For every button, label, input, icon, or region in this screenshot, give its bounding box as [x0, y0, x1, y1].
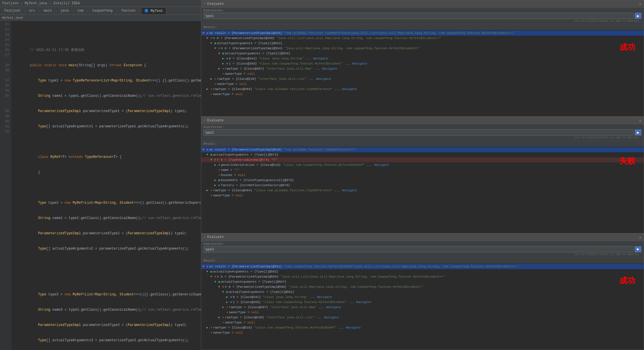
tree-item-3-4[interactable]: ▼ ▣ actualTypeArguments = {Type[1]@597} [201, 279, 644, 284]
tree-icon-3-11: ▪ [222, 315, 224, 320]
eval-hint-1: Use Ctrl+Shift+Enter to add to Watches [204, 19, 641, 23]
tree-item-1-8[interactable]: ▶ ▪ rawType = {Class@307} "interface jav… [201, 66, 644, 71]
tree-toggle-1-4[interactable]: ▼ [214, 46, 218, 51]
tree-item-1-7[interactable]: ▶ ● 1 = {Class@358} "class com.taopanfen… [201, 61, 644, 66]
tree-item-1-4[interactable]: ▼ ≡ ≡ 0 = {ParameterizedTypeImpl@554} "j… [201, 46, 644, 51]
tree-icon-3-3: ≡ [214, 274, 216, 279]
code-line-40: ParameterizedTypeImpl parameterizedType3… [14, 323, 199, 328]
eval-result-area-2[interactable]: ▼ ◆ oo result = {ParameterizedTypeImpl@5… [201, 147, 644, 233]
tree-item-1-2[interactable]: ▼ ≡ ≡ 0 = {ParameterizedTypeImpl@350} "j… [201, 36, 644, 41]
tree-item-1-10[interactable]: ▶ ▪ rawType = {Class@238} "interface jav… [201, 76, 644, 81]
tree-toggle-3-4[interactable]: ▼ [214, 280, 218, 284]
eval-icon-3: ⚡ [204, 235, 206, 239]
tree-toggle-3-8[interactable]: ▶ [226, 300, 230, 304]
tree-toggle-2-1[interactable]: ▼ [202, 147, 206, 152]
tree-item-1-13: ▪ ownerType = null [201, 92, 644, 97]
eval-run-1[interactable]: ▶ [635, 13, 641, 19]
tree-item-3-2[interactable]: ▼ ▣ actualTypeArguments = {Type[1]@592} [201, 269, 644, 274]
tree-item-2-9[interactable]: ▶ ▪ rawType = {Class@484} "class com.ali… [201, 188, 644, 193]
tree-icon-1-6: ● [226, 56, 228, 61]
tree-text-3-5: ≡ 0 = {ParameterizedTypeImpl@599} "java.… [225, 285, 423, 289]
tree-toggle-1-5[interactable]: ▼ [218, 51, 222, 56]
tree-toggle-3-7[interactable]: ▶ [226, 295, 230, 299]
tree-toggle-3-5[interactable]: ▼ [218, 285, 222, 289]
tree-toggle-3-6[interactable]: ▼ [222, 290, 226, 294]
eval-expression-label-1: Expression: [204, 9, 641, 12]
tree-toggle-3-9[interactable]: ▶ [222, 305, 226, 310]
eval-run-3[interactable]: ▶ [635, 246, 641, 252]
tree-icon-3-14: ▪ [210, 330, 212, 335]
eval-result-area-1[interactable]: ▼ ◆ oo result = {ParameterizedTypeImpl@5… [201, 30, 644, 116]
tree-toggle-2-2[interactable]: ▼ [206, 153, 210, 157]
tree-toggle-3-1[interactable]: ▼ [202, 264, 206, 269]
tree-toggle-3-2[interactable]: ▼ [206, 269, 210, 274]
code-line-31 [14, 185, 199, 190]
tree-item-2-8[interactable]: ▶ ● factory = {CoreReflectionFactory@578… [201, 183, 644, 188]
tree-item-1-3[interactable]: ▼ ▣ actualTypeArguments = {Type[1]@552} [201, 41, 644, 46]
tree-text-1-7: 1 = {Class@358} "class com.taopanfeng.fa… [229, 61, 367, 66]
tab-com[interactable]: com [74, 8, 86, 14]
tree-text-1-1: oo result = {ParameterizedTypeImpl@526} … [209, 31, 514, 35]
eval-run-2[interactable]: ▶ [635, 129, 641, 136]
eval-input-2[interactable] [204, 129, 634, 136]
tree-item-3-3[interactable]: ▼ ≡ ≡ 0 = {ParameterizedTypeImpl@595} "j… [201, 274, 644, 279]
tree-item-3-1[interactable]: ▼ ◆ oo result = {ParameterizedTypeImpl@5… [201, 264, 644, 269]
eval-input-3[interactable] [204, 246, 634, 252]
tree-item-3-11[interactable]: ▶ ▪ rawType = {Class@238} "interface jav… [201, 315, 644, 320]
code-line-23: public static void main(String[] args) t… [14, 63, 199, 68]
tree-item-3-8[interactable]: ▶ ● 1 = {Class@358} "class com.taopanfen… [201, 300, 644, 305]
eval-close-1[interactable]: ✕ [639, 2, 641, 7]
tree-toggle-3-13[interactable]: ▶ [206, 325, 210, 330]
tab-taopanfeng[interactable]: taopanfeng [89, 8, 115, 14]
tree-item-3-5[interactable]: ▼ ≡ ≡ 0 = {ParameterizedTypeImpl@599} "j… [201, 284, 644, 289]
tree-item-3-7[interactable]: ▶ ● 0 = {Class@341} "class java.lang.Str… [201, 295, 644, 300]
editor-content[interactable]: 21 22 23 24 25 26 27 29 30 32 33 34 35 3… [0, 21, 201, 350]
tab-mytest[interactable]: 🔵 MyTest [141, 7, 166, 14]
tree-toggle-2-9[interactable]: ▶ [206, 188, 210, 193]
tree-item-2-3[interactable]: ▼ ≡ ≡ 0 = {TypeVariableImpl@574} "T" [201, 157, 644, 162]
eval-result-area-3[interactable]: ▼ ◆ oo result = {ParameterizedTypeImpl@5… [201, 263, 644, 350]
tab-fastson[interactable]: fastson [118, 8, 138, 14]
tree-text-3-3: ≡ 0 = {ParameterizedTypeImpl@595} "java.… [217, 274, 445, 279]
tab-src[interactable]: src [26, 8, 38, 14]
tab-java[interactable]: java [58, 8, 72, 14]
tab-fastjson[interactable]: fastjson [1, 8, 23, 14]
tree-toggle-1-8[interactable]: ▶ [218, 66, 222, 71]
tree-item-3-13[interactable]: ▶ ▪ rawType = {Class@519} "class com.tao… [201, 325, 644, 330]
tree-toggle-1-1[interactable]: ▼ [202, 31, 206, 35]
tree-text-3-11: rawType = {Class@238} "interface java.ut… [225, 315, 339, 320]
tree-item-2-1[interactable]: ▼ ◆ oo result = {ParameterizedTypeImpl@5… [201, 147, 644, 152]
tree-toggle-3-3[interactable]: ▼ [210, 274, 214, 279]
tree-toggle-1-2[interactable]: ▼ [206, 36, 210, 40]
tab-main[interactable]: main [41, 8, 55, 14]
tree-icon-1-13: ▪ [210, 92, 212, 96]
tree-toggle-1-12[interactable]: ▶ [206, 87, 210, 91]
tree-item-1-5[interactable]: ▼ ▣ actualTypeArguments = {Type[2]@556} [201, 51, 644, 56]
eval-close-3[interactable]: ✕ [639, 235, 641, 240]
tree-item-2-4[interactable]: ▶ ● genericDeclaration = {Class@519} "cl… [201, 162, 644, 168]
eval-input-1[interactable] [204, 13, 634, 19]
tree-icon-1-9: ▪ [222, 72, 224, 76]
tree-toggle-1-10[interactable]: ▶ [210, 77, 214, 81]
code-content[interactable]: // 2022-02-11 17:39 查看结构 public static v… [11, 21, 201, 350]
tree-item-1-1[interactable]: ▼ ◆ oo result = {ParameterizedTypeImpl@5… [201, 31, 644, 36]
editor-tabs: fastjson › src › main › java › com › tao… [0, 7, 201, 15]
tree-item-2-2[interactable]: ▼ ▣ actualTypeArguments = {Type[1]@572} [201, 152, 644, 157]
tree-icon-3-1: ◆ [206, 264, 208, 269]
tree-toggle-2-7[interactable]: ▶ [214, 178, 218, 182]
eval-close-2[interactable]: ✕ [639, 118, 641, 123]
tree-toggle-1-6[interactable]: ▶ [222, 56, 226, 61]
tree-icon-1-11: ▪ [214, 82, 216, 86]
tree-item-3-6[interactable]: ▼ ▣ actualTypeArguments = {Type[2]@601} [201, 289, 644, 295]
tree-item-3-9[interactable]: ▶ ▪ rawType = {Class@307} "interface jav… [201, 305, 644, 310]
tree-item-1-6[interactable]: ▶ ● 0 = {Class@341} "class java.lang.Str… [201, 56, 644, 61]
tree-toggle-2-3[interactable]: ▼ [210, 158, 214, 162]
tree-item-1-12[interactable]: ▶ ▪ rawType = {Class@484} "class com.ali… [201, 87, 644, 92]
tree-toggle-3-11[interactable]: ▶ [218, 315, 222, 320]
tree-item-2-7[interactable]: ▶ ▣ boundASTs = {FieldTypeSignature[1]@5… [201, 178, 644, 183]
tree-toggle-2-8[interactable]: ▶ [214, 183, 218, 188]
tree-toggle-2-4[interactable]: ▶ [214, 163, 218, 167]
tree-toggle-1-7[interactable]: ▶ [222, 61, 226, 66]
evaluate-panel: ⚡ Evaluate ✕ Expression: ▶ Use Ctrl+Shif… [201, 0, 644, 350]
tree-toggle-1-3[interactable]: ▼ [210, 41, 214, 46]
